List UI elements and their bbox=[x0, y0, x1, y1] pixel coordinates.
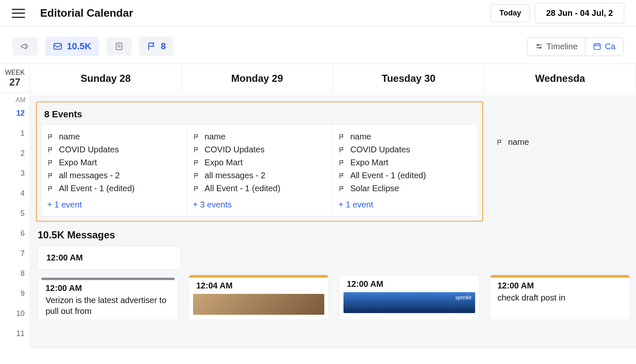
message-time: 12:00 AM bbox=[339, 279, 479, 291]
time-slot: 7 bbox=[0, 248, 30, 268]
event-line[interactable]: COVID Updates bbox=[47, 143, 181, 156]
event-line[interactable]: name bbox=[193, 130, 327, 143]
svg-rect-0 bbox=[54, 43, 61, 49]
event-label: name bbox=[59, 132, 80, 142]
message-card[interactable]: 12:04 AM bbox=[188, 275, 329, 320]
calendar-body: 8 Events nameCOVID UpdatesExpo Martall m… bbox=[30, 96, 636, 349]
event-line[interactable]: name bbox=[496, 136, 630, 149]
mail-icon bbox=[53, 41, 63, 51]
message-status-bar bbox=[189, 275, 329, 278]
flag-count-label: 8 bbox=[161, 41, 166, 52]
announce-button[interactable] bbox=[13, 37, 38, 56]
mail-count-chip[interactable]: 10.5K bbox=[45, 37, 99, 56]
time-axis: WEEK 27 AM 121234567891011 bbox=[0, 64, 30, 349]
events-section-title: 8 Events bbox=[37, 102, 482, 124]
sliders-icon bbox=[535, 42, 543, 51]
message-time: 12:00 AM bbox=[38, 283, 178, 295]
event-label: COVID Updates bbox=[59, 145, 119, 154]
event-card[interactable]: nameCOVID UpdatesExpo Martall messages -… bbox=[41, 124, 187, 217]
flag-icon bbox=[147, 41, 157, 51]
message-thumbnail bbox=[343, 292, 475, 313]
event-line[interactable]: Expo Mart bbox=[47, 156, 181, 169]
time-slot: 6 bbox=[0, 228, 30, 248]
time-slot: 2 bbox=[0, 148, 30, 168]
event-label: Expo Mart bbox=[205, 158, 243, 167]
event-line[interactable]: All Event - 1 (edited) bbox=[193, 182, 327, 195]
event-line[interactable]: COVID Updates bbox=[338, 143, 472, 156]
svg-rect-8 bbox=[594, 44, 600, 49]
page-title: Editorial Calendar bbox=[40, 7, 133, 20]
week-number: 27 bbox=[9, 76, 20, 88]
event-line[interactable]: name bbox=[47, 130, 181, 143]
time-slot: 12 bbox=[0, 108, 30, 128]
event-line[interactable]: name bbox=[338, 130, 472, 143]
more-events-link[interactable]: + 3 events bbox=[193, 195, 327, 210]
event-line[interactable]: COVID Updates bbox=[193, 143, 327, 156]
time-slot: 10 bbox=[0, 308, 30, 329]
am-label: AM bbox=[0, 93, 30, 108]
toolbar: 10.5K 8 Timeline Ca bbox=[0, 27, 636, 63]
megaphone-icon bbox=[20, 41, 30, 51]
event-line[interactable]: all messages - 2 bbox=[47, 169, 181, 182]
day-header-sunday[interactable]: Sunday 28 bbox=[30, 64, 182, 93]
event-label: name bbox=[350, 132, 371, 142]
event-label: all messages - 2 bbox=[205, 171, 266, 180]
app-header: Editorial Calendar Today 28 Jun - 04 Jul… bbox=[0, 0, 636, 27]
event-card[interactable]: nameCOVID UpdatesExpo MartAll Event - 1 … bbox=[332, 124, 478, 217]
view-toggle: Timeline Ca bbox=[527, 37, 623, 56]
message-thumbnail bbox=[193, 294, 325, 315]
notes-icon bbox=[114, 41, 124, 51]
more-events-link[interactable]: + 1 event bbox=[338, 195, 472, 210]
event-label: Solar Eclipse bbox=[350, 184, 399, 193]
event-label: All Event - 1 (edited) bbox=[205, 184, 280, 193]
calendar-view-button[interactable]: Ca bbox=[585, 38, 623, 56]
event-label: All Event - 1 (edited) bbox=[350, 171, 426, 180]
message-card[interactable]: 12:00 AMcheck draft post in bbox=[490, 275, 631, 320]
message-time: 12:00 AM bbox=[490, 281, 630, 292]
events-section: 8 Events nameCOVID UpdatesExpo Martall m… bbox=[36, 101, 483, 222]
timeline-view-button[interactable]: Timeline bbox=[527, 38, 585, 56]
event-label: COVID Updates bbox=[205, 145, 265, 154]
notes-button[interactable] bbox=[107, 37, 132, 56]
today-button[interactable]: Today bbox=[491, 4, 530, 22]
event-line[interactable]: Expo Mart bbox=[193, 156, 327, 169]
messages-section-title: 10.5K Messages bbox=[38, 223, 630, 246]
time-slot: 11 bbox=[0, 329, 30, 349]
event-line[interactable]: All Event - 1 (edited) bbox=[47, 182, 181, 195]
event-line[interactable]: Solar Eclipse bbox=[338, 182, 472, 195]
event-label: Expo Mart bbox=[59, 158, 97, 167]
time-slot: 5 bbox=[0, 208, 30, 228]
event-label: all messages - 2 bbox=[59, 171, 120, 180]
message-text: Verizon is the latest advertiser to pull… bbox=[38, 295, 178, 316]
time-slot: 1 bbox=[0, 128, 30, 148]
more-events-link[interactable]: + 1 event bbox=[47, 195, 181, 210]
event-line[interactable]: Expo Mart bbox=[338, 156, 472, 169]
message-time: 12:04 AM bbox=[189, 281, 329, 292]
message-text: check draft post in bbox=[490, 292, 630, 303]
date-range-button[interactable]: 28 Jun - 04 Jul, 2 bbox=[535, 3, 624, 23]
event-card[interactable]: nameCOVID UpdatesExpo Martall messages -… bbox=[187, 124, 333, 217]
message-card[interactable]: 12:00 AMVerizon is the latest advertiser… bbox=[38, 275, 178, 320]
timeline-label: Timeline bbox=[547, 42, 578, 51]
calendar-grid: WEEK 27 AM 121234567891011 Sunday 28 Mon… bbox=[0, 63, 636, 349]
menu-icon[interactable] bbox=[12, 9, 25, 18]
event-line[interactable]: all messages - 2 bbox=[193, 169, 327, 182]
message-card[interactable]: 12:00 AM bbox=[339, 275, 480, 320]
event-label: Expo Mart bbox=[350, 158, 388, 167]
mail-count-label: 10.5K bbox=[67, 41, 92, 52]
event-label: name bbox=[205, 132, 226, 142]
day-header-wednesday[interactable]: Wednesda bbox=[485, 64, 636, 93]
flag-count-chip[interactable]: 8 bbox=[139, 37, 173, 56]
event-card-wednesday[interactable]: name bbox=[491, 130, 636, 155]
event-label: name bbox=[508, 137, 529, 147]
calendar-icon bbox=[593, 42, 601, 51]
event-label: COVID Updates bbox=[350, 145, 410, 154]
message-status-bar bbox=[41, 278, 175, 280]
time-slot: 9 bbox=[0, 288, 30, 308]
day-header-monday[interactable]: Monday 29 bbox=[182, 64, 333, 93]
message-status-bar bbox=[490, 275, 630, 278]
event-line[interactable]: All Event - 1 (edited) bbox=[338, 169, 472, 182]
day-header-tuesday[interactable]: Tuesday 30 bbox=[333, 64, 485, 93]
time-slot: 4 bbox=[0, 188, 30, 208]
event-label: All Event - 1 (edited) bbox=[59, 184, 135, 193]
